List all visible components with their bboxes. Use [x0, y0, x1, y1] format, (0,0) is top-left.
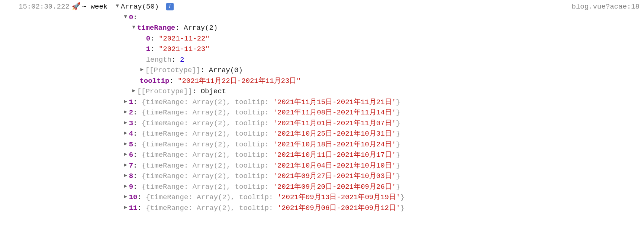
expand-arrow-icon[interactable] — [131, 23, 136, 31]
rocket-icon: 🚀 — [72, 1, 81, 12]
item-key: 1 — [146, 45, 150, 53]
array-item-0[interactable]: 0: "2021-11-22" — [115, 33, 563, 44]
expand-arrow-icon[interactable] — [123, 119, 128, 127]
expand-arrow-icon[interactable] — [131, 87, 136, 95]
row-index: 7 — [129, 162, 133, 170]
row-summary: {timeRange: Array(2), tooltip: — [142, 151, 273, 159]
row-close-brace: } — [396, 151, 400, 159]
length-line[interactable]: length: 2 — [115, 55, 563, 65]
source-link[interactable]: blog.vue?acae:18 — [572, 1, 640, 12]
prototype-summary: Array(0) — [209, 66, 243, 74]
timestamp: 15:02:30.222 — [19, 1, 70, 12]
row-tooltip: '2021年09月13日-2021年09月19日' — [277, 193, 400, 201]
row-index: 9 — [129, 183, 133, 191]
expand-arrow-icon[interactable] — [123, 108, 128, 116]
array-item-1[interactable]: 1: "2021-11-23" — [115, 44, 563, 55]
row-index: 4 — [129, 130, 133, 138]
row-tooltip: '2021年11月08日-2021年11月14日' — [273, 108, 396, 117]
prototype-label: [[Prototype]] — [145, 66, 200, 74]
collapsed-rows: 1: {timeRange: Array(2), tooltip: '2021年… — [115, 97, 563, 214]
object-row[interactable]: 1: {timeRange: Array(2), tooltip: '2021年… — [115, 97, 563, 108]
tooltip-line[interactable]: tooltip: "2021年11月22日-2021年11月23日" — [115, 76, 563, 87]
expand-arrow-icon[interactable] — [123, 161, 128, 169]
row-tooltip: '2021年09月27日-2021年10月03日' — [273, 172, 396, 180]
object-row[interactable]: 6: {timeRange: Array(2), tooltip: '2021年… — [115, 150, 563, 160]
object-row[interactable]: 9: {timeRange: Array(2), tooltip: '2021年… — [115, 182, 563, 192]
row-tooltip: '2021年09月20日-2021年09月26日' — [273, 183, 396, 191]
prototype-array-line[interactable]: [[Prototype]]: Array(0) — [115, 65, 563, 76]
row-summary: {timeRange: Array(2), tooltip: — [146, 204, 277, 212]
row-tooltip: '2021年10月18日-2021年10月24日' — [273, 140, 396, 149]
object-row[interactable]: 5: {timeRange: Array(2), tooltip: '2021年… — [115, 139, 563, 150]
expand-arrow-icon[interactable] — [123, 13, 128, 21]
info-icon[interactable]: i — [166, 3, 174, 10]
tooltip-key: tooltip — [139, 77, 169, 85]
row-close-brace: } — [396, 130, 400, 138]
timerange-summary: Array(2) — [184, 24, 218, 32]
item-value: "2021-11-23" — [159, 45, 210, 53]
row-close-brace: } — [400, 193, 404, 201]
row-index: 3 — [129, 119, 133, 127]
row-close-brace: } — [396, 172, 400, 180]
length-value: 2 — [180, 56, 184, 64]
tooltip-value: "2021年11月22日-2021年11月23日" — [178, 77, 301, 85]
row-index: 1 — [129, 98, 133, 106]
object-row[interactable]: 7: {timeRange: Array(2), tooltip: '2021年… — [115, 160, 563, 171]
index-0-line[interactable]: 0: — [115, 12, 563, 23]
row-index: 8 — [129, 172, 133, 180]
row-tooltip: '2021年10月11日-2021年10月17日' — [273, 151, 396, 159]
row-summary: {timeRange: Array(2), tooltip: — [146, 193, 277, 201]
object-row[interactable]: 10: {timeRange: Array(2), tooltip: '2021… — [115, 192, 563, 203]
array-root-line[interactable]: Array(50) i — [115, 1, 563, 12]
row-index: 5 — [129, 140, 133, 149]
expand-arrow-icon[interactable] — [123, 98, 128, 106]
row-tooltip: '2021年11月15日-2021年11月21日' — [273, 98, 396, 106]
expand-arrow-icon[interactable] — [115, 2, 120, 10]
row-index: 2 — [129, 108, 133, 117]
expand-arrow-icon[interactable] — [123, 193, 128, 201]
object-row[interactable]: 8: {timeRange: Array(2), tooltip: '2021年… — [115, 171, 563, 182]
expand-arrow-icon[interactable] — [139, 66, 145, 74]
row-index: 10 — [129, 193, 138, 201]
row-summary: {timeRange: Array(2), tooltip: — [142, 162, 273, 170]
expand-arrow-icon[interactable] — [123, 172, 128, 179]
row-close-brace: } — [396, 108, 400, 117]
item-value: "2021-11-22" — [159, 35, 210, 43]
row-index: 11 — [129, 204, 138, 212]
row-close-brace: } — [396, 140, 400, 149]
log-prefix: ~ week — [82, 1, 107, 12]
row-tooltip: '2021年10月04日-2021年10月10日' — [273, 162, 396, 170]
row-summary: {timeRange: Array(2), tooltip: — [142, 108, 273, 117]
row-summary: {timeRange: Array(2), tooltip: — [142, 183, 273, 191]
item-key: 0 — [146, 35, 150, 43]
row-tooltip: '2021年09月06日-2021年09月12日' — [277, 204, 400, 212]
row-summary: {timeRange: Array(2), tooltip: — [142, 119, 273, 127]
object-row[interactable]: 2: {timeRange: Array(2), tooltip: '2021年… — [115, 107, 563, 118]
console-log-row: 15:02:30.222 🚀 ~ week Array(50) i 0: tim… — [0, 0, 644, 215]
row-summary: {timeRange: Array(2), tooltip: — [142, 140, 273, 149]
length-key: length — [146, 56, 171, 64]
object-row[interactable]: 11: {timeRange: Array(2), tooltip: '2021… — [115, 203, 563, 214]
expand-arrow-icon[interactable] — [123, 182, 128, 190]
expand-arrow-icon[interactable] — [123, 140, 128, 148]
row-close-brace: } — [396, 98, 400, 106]
prototype-object-line[interactable]: [[Prototype]]: Object — [115, 86, 563, 97]
row-tooltip: '2021年11月01日-2021年11月07日' — [273, 119, 396, 127]
expand-arrow-icon[interactable] — [123, 150, 128, 158]
row-summary: {timeRange: Array(2), tooltip: — [142, 172, 273, 180]
timerange-key: timeRange — [137, 24, 176, 32]
object-tree: Array(50) i 0: timeRange: Array(2) 0: "2… — [115, 1, 563, 213]
prototype-label: [[Prototype]] — [137, 87, 192, 95]
timerange-line[interactable]: timeRange: Array(2) — [115, 23, 563, 33]
array-summary: Array(50) — [121, 3, 159, 11]
row-close-brace: } — [400, 204, 404, 212]
object-row[interactable]: 4: {timeRange: Array(2), tooltip: '2021年… — [115, 129, 563, 139]
row-close-brace: } — [396, 119, 400, 127]
prototype-summary: Object — [201, 87, 226, 95]
expand-arrow-icon[interactable] — [123, 129, 128, 137]
row-close-brace: } — [396, 183, 400, 191]
row-close-brace: } — [396, 162, 400, 170]
object-row[interactable]: 3: {timeRange: Array(2), tooltip: '2021年… — [115, 118, 563, 129]
row-index: 6 — [129, 151, 133, 159]
expand-arrow-icon[interactable] — [123, 204, 128, 211]
